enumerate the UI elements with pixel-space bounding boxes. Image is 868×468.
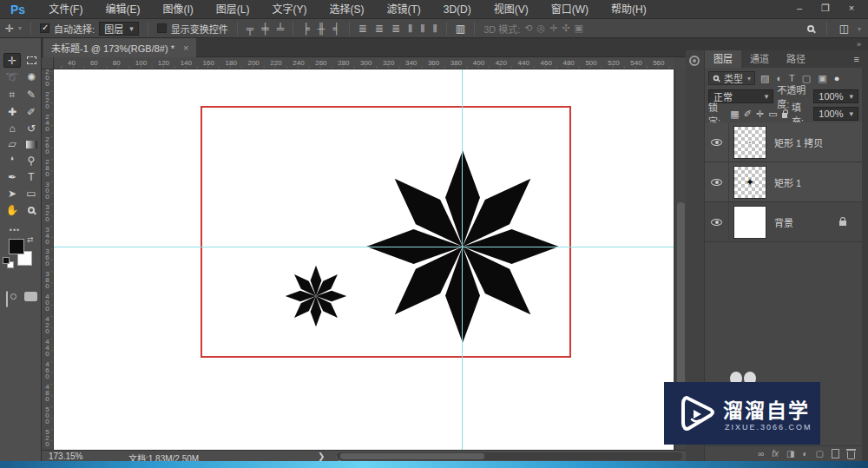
new-layer-icon[interactable]	[832, 449, 839, 458]
quick-select-tool[interactable]: ✺	[23, 70, 40, 85]
horizontal-scroll-thumb[interactable]	[340, 453, 484, 459]
filter-toggle-icon[interactable]: ●	[834, 73, 840, 84]
workspace-toggle-icon[interactable]: ◫	[839, 23, 849, 35]
lasso-tool[interactable]: ➰	[3, 70, 21, 85]
menu-image[interactable]: 图像(I)	[151, 0, 204, 19]
new-group-icon[interactable]: ▢	[816, 449, 824, 458]
align-bottom-icon[interactable]: ╧	[277, 23, 285, 35]
quick-mask-button[interactable]	[6, 291, 8, 307]
menu-edit[interactable]: 编辑(E)	[94, 0, 151, 19]
canvas-horizontal-scrollbar[interactable]	[337, 452, 682, 460]
move-tool[interactable]: ✛	[3, 53, 21, 68]
type-tool[interactable]: T	[23, 170, 40, 185]
menu-file[interactable]: 文件(F)	[37, 0, 94, 19]
auto-select-dropdown[interactable]: 图层 ▾	[99, 22, 139, 36]
fill-dropdown[interactable]: 100% ▾	[813, 107, 858, 121]
auto-select-checkbox[interactable]	[40, 23, 49, 33]
menu-type[interactable]: 文字(Y)	[260, 0, 318, 19]
tool-preset-caret-icon[interactable]: ▾	[18, 24, 22, 32]
align-right-icon[interactable]: ╡	[332, 23, 340, 35]
layer-thumbnail[interactable]	[733, 206, 766, 239]
menu-filter[interactable]: 滤镜(T)	[375, 0, 431, 19]
tab-close-icon[interactable]: ×	[183, 43, 188, 53]
delete-layer-icon[interactable]	[847, 452, 855, 459]
distribute-spacing-icon[interactable]: ▥	[456, 23, 465, 35]
visibility-eye-icon[interactable]	[711, 219, 722, 226]
align-left-icon[interactable]: ╞	[302, 23, 310, 35]
history-brush-tool[interactable]: ↺	[23, 122, 40, 136]
layer-thumbnail[interactable]: •	[733, 126, 766, 159]
screen-mode-button[interactable]	[24, 292, 37, 301]
lock-transparent-icon[interactable]: ▦	[730, 109, 739, 120]
filter-smart-object-icon[interactable]: ▣	[818, 73, 826, 84]
dodge-tool[interactable]: ⚲	[23, 154, 40, 168]
shape-tool[interactable]: ▭	[23, 187, 40, 201]
hand-tool[interactable]: ✋	[3, 203, 21, 218]
panel-scroll-gutter[interactable]	[862, 50, 868, 461]
opacity-dropdown[interactable]: 100% ▾	[813, 89, 858, 103]
lock-move-icon[interactable]: ✛	[756, 109, 764, 120]
ruler-origin-box[interactable]	[42, 57, 54, 69]
status-flyout-icon[interactable]: ❯	[318, 452, 325, 461]
document-tab[interactable]: 未标题-1 @ 173%(RGB/8#) * ×	[43, 38, 196, 57]
show-transform-checkbox[interactable]	[157, 23, 167, 33]
tab-layers[interactable]: 图层	[705, 50, 741, 68]
marquee-tool[interactable]	[23, 53, 40, 68]
pen-tool[interactable]: ✒	[3, 170, 21, 185]
layer-row-background[interactable]: 背景	[705, 202, 862, 242]
vertical-ruler[interactable]: 2002202402602803003203403603804004204404…	[42, 69, 54, 450]
default-colors-icon[interactable]	[3, 257, 10, 264]
eraser-tool[interactable]: ▱	[3, 137, 21, 152]
menu-view[interactable]: 视图(V)	[483, 0, 540, 19]
filter-pixel-icon[interactable]: ▨	[760, 73, 769, 84]
layer-name[interactable]: 矩形 1 拷贝	[774, 135, 823, 149]
lock-all-icon[interactable]	[782, 113, 787, 118]
close-button[interactable]: ×	[840, 0, 863, 17]
crop-tool[interactable]: ⌗	[3, 88, 21, 102]
layer-name[interactable]: 矩形 1	[774, 175, 801, 189]
adjustment-layer-icon[interactable]: ◐	[803, 449, 808, 458]
layer-style-icon[interactable]: fx	[772, 449, 779, 458]
visibility-eye-icon[interactable]	[711, 139, 722, 146]
collapsed-panel-icon[interactable]	[689, 56, 700, 66]
collapse-panels-icon[interactable]: »	[857, 40, 861, 49]
vertical-guide[interactable]	[462, 69, 463, 450]
path-select-tool[interactable]: ➤	[3, 187, 21, 201]
blur-tool[interactable]: ❛	[3, 154, 21, 168]
layer-thumbnail[interactable]: ✦	[733, 166, 766, 199]
align-vcenter-icon[interactable]: ╪	[261, 23, 269, 35]
search-icon[interactable]	[807, 25, 814, 32]
zoom-tool[interactable]	[23, 203, 40, 218]
align-top-icon[interactable]: ╤	[247, 23, 254, 35]
menu-help[interactable]: 帮助(H)	[600, 0, 658, 19]
tab-paths[interactable]: 路径	[778, 50, 814, 68]
brush-tool[interactable]: ✐	[23, 105, 40, 120]
menu-window[interactable]: 窗口(W)	[540, 0, 600, 19]
menu-layer[interactable]: 图层(L)	[205, 0, 261, 19]
panel-menu-icon[interactable]: ≡	[854, 50, 859, 68]
layer-row-rect1-copy[interactable]: • 矩形 1 拷贝	[705, 122, 862, 162]
tab-channels[interactable]: 通道	[741, 50, 778, 68]
gradient-tool[interactable]	[23, 137, 40, 152]
clone-stamp-tool[interactable]: ⌂	[3, 122, 21, 136]
horizontal-guide[interactable]	[54, 247, 674, 247]
visibility-eye-icon[interactable]	[711, 179, 722, 186]
link-layers-icon[interactable]: ∞	[758, 449, 764, 458]
layer-name[interactable]: 背景	[774, 215, 793, 229]
layer-mask-icon[interactable]: ◨	[786, 449, 794, 458]
vertical-scroll-thumb[interactable]	[677, 202, 685, 408]
zoom-level-field[interactable]: 173.15%	[49, 452, 82, 461]
foreground-color-swatch[interactable]	[9, 239, 24, 254]
align-hcenter-icon[interactable]: ╫	[318, 23, 326, 35]
menu-select[interactable]: 选择(S)	[318, 0, 375, 19]
layer-row-rect1[interactable]: ✦ 矩形 1	[705, 162, 862, 202]
minimize-button[interactable]: –	[788, 0, 811, 17]
healing-brush-tool[interactable]: ✚	[3, 105, 21, 120]
lock-paint-icon[interactable]: ✐	[744, 109, 752, 120]
filter-type-dropdown[interactable]: 类型 ▾	[708, 71, 755, 85]
swap-colors-icon[interactable]: ⇄	[27, 235, 34, 244]
restore-button[interactable]: ❐	[814, 0, 837, 17]
eyedropper-tool[interactable]: ✎	[23, 88, 40, 102]
move-tool-icon[interactable]: ✛	[5, 23, 14, 35]
workspace-caret-icon[interactable]: ▾	[858, 25, 861, 33]
